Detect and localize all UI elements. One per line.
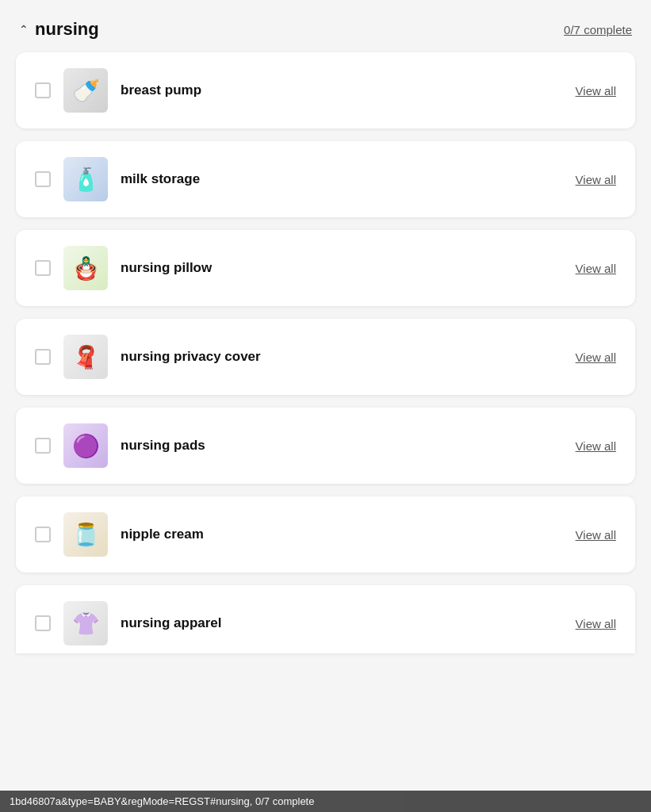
item-checkbox-breast-pump[interactable]	[35, 82, 51, 98]
nursing-pillow-image	[63, 246, 108, 290]
breast-pump-view-all[interactable]: View all	[576, 84, 616, 98]
nursing-pads-view-all[interactable]: View all	[576, 439, 616, 453]
item-checkbox-nursing-pads[interactable]	[35, 438, 51, 454]
nursing-pillow-view-all[interactable]: View all	[576, 262, 616, 275]
collapse-icon[interactable]: ⌃	[19, 23, 29, 36]
item-checkbox-milk-storage[interactable]	[35, 171, 51, 187]
section-title: nursing	[35, 19, 99, 40]
milk-storage-image	[63, 157, 108, 201]
nursing-pads-label: nursing pads	[121, 438, 563, 454]
item-card: nipple cream View all	[16, 496, 635, 573]
nipple-cream-label: nipple cream	[121, 527, 563, 542]
item-card: nursing pillow View all	[16, 230, 635, 306]
page-container: ⌃ nursing 0/7 complete breast pump View …	[0, 0, 651, 666]
nursing-cover-label: nursing privacy cover	[121, 349, 563, 365]
breast-pump-image	[63, 68, 108, 113]
nursing-pillow-label: nursing pillow	[121, 260, 563, 276]
nursing-cover-view-all[interactable]: View all	[576, 350, 616, 364]
item-checkbox-nursing-cover[interactable]	[35, 349, 51, 365]
milk-storage-label: milk storage	[121, 171, 563, 187]
nursing-pads-image	[63, 423, 108, 468]
nursing-apparel-view-all[interactable]: View all	[576, 617, 616, 630]
breast-pump-label: breast pump	[121, 82, 563, 98]
nursing-apparel-label: nursing apparel	[121, 615, 563, 631]
item-card-partial: nursing apparel View all	[16, 585, 635, 653]
section-header: ⌃ nursing 0/7 complete	[16, 13, 635, 52]
item-checkbox-nursing-apparel[interactable]	[35, 615, 51, 631]
status-bar: 1bd46807a&type=BABY&regMode=REGST#nursin…	[0, 791, 651, 812]
status-bar-text: 1bd46807a&type=BABY&regMode=REGST#nursin…	[10, 795, 314, 807]
milk-storage-view-all[interactable]: View all	[576, 173, 616, 186]
item-checkbox-nipple-cream[interactable]	[35, 527, 51, 542]
section-title-group: ⌃ nursing	[19, 19, 99, 40]
nipple-cream-view-all[interactable]: View all	[576, 528, 616, 542]
nipple-cream-image	[63, 512, 108, 557]
item-card: milk storage View all	[16, 141, 635, 217]
nursing-apparel-image	[63, 601, 108, 645]
item-card: nursing privacy cover View all	[16, 319, 635, 395]
item-card: nursing pads View all	[16, 408, 635, 484]
items-list: breast pump View all milk storage View a…	[16, 52, 635, 653]
item-checkbox-nursing-pillow[interactable]	[35, 260, 51, 276]
nursing-cover-image	[63, 335, 108, 379]
completion-badge[interactable]: 0/7 complete	[564, 23, 632, 36]
item-card: breast pump View all	[16, 52, 635, 128]
